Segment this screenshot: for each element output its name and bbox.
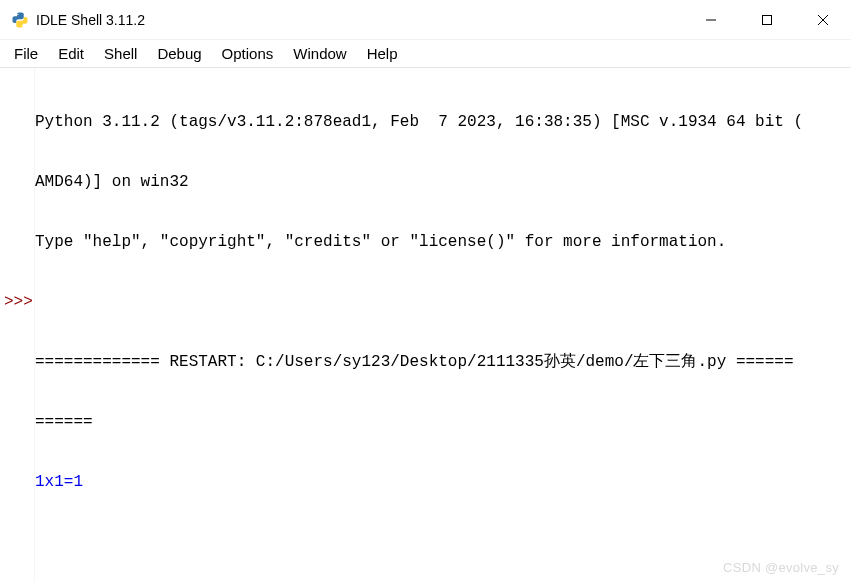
shell-area[interactable]: >>> >>> Python 3.11.2 (tags/v3.11.2:878e…: [0, 68, 851, 582]
shell-header-line: Python 3.11.2 (tags/v3.11.2:878ead1, Feb…: [35, 112, 851, 132]
svg-rect-3: [763, 15, 772, 24]
shell-output-line: [35, 532, 851, 552]
menu-options[interactable]: Options: [212, 43, 284, 64]
shell-header-line: AMD64)] on win32: [35, 172, 851, 192]
menu-debug[interactable]: Debug: [147, 43, 211, 64]
shell-blank-line: [35, 292, 851, 312]
titlebar: IDLE Shell 3.11.2: [0, 0, 851, 40]
menu-help[interactable]: Help: [357, 43, 408, 64]
shell-restart-line: ============= RESTART: C:/Users/sy123/De…: [35, 352, 851, 372]
close-button[interactable]: [795, 0, 851, 39]
maximize-button[interactable]: [739, 0, 795, 39]
shell-restart-line: ======: [35, 412, 851, 432]
shell-header-line: Type "help", "copyright", "credits" or "…: [35, 232, 851, 252]
svg-point-0: [17, 13, 18, 14]
menu-window[interactable]: Window: [283, 43, 356, 64]
window-controls: [683, 0, 851, 39]
watermark: CSDN @evolve_sy: [723, 558, 839, 578]
prompt-gutter: >>> >>>: [0, 68, 34, 582]
menubar: File Edit Shell Debug Options Window Hel…: [0, 40, 851, 68]
menu-shell[interactable]: Shell: [94, 43, 147, 64]
shell-output-line: 1x1=1: [35, 472, 851, 492]
app-icon: [10, 10, 30, 30]
minimize-button[interactable]: [683, 0, 739, 39]
svg-point-1: [22, 24, 23, 25]
prompt: >>>: [0, 292, 34, 312]
window-title: IDLE Shell 3.11.2: [36, 12, 683, 28]
menu-file[interactable]: File: [4, 43, 48, 64]
menu-edit[interactable]: Edit: [48, 43, 94, 64]
shell-content[interactable]: Python 3.11.2 (tags/v3.11.2:878ead1, Feb…: [34, 68, 851, 582]
